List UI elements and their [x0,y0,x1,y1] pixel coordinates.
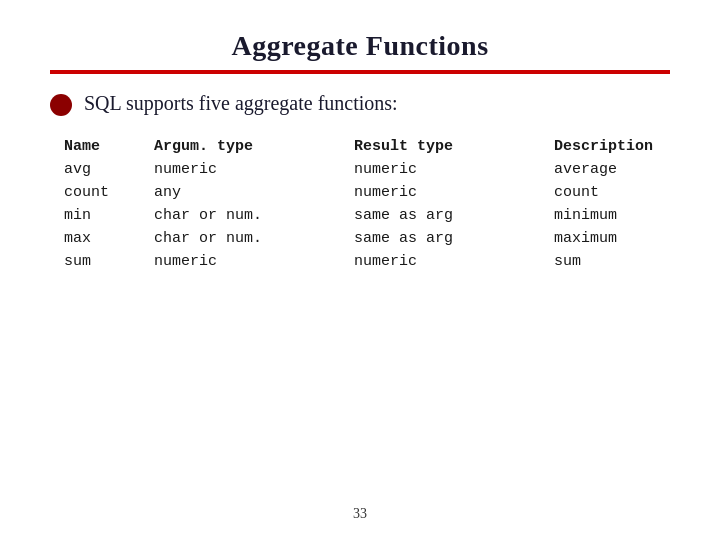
row-1-result: numeric [350,182,550,203]
table-area: Name Argum. type Result type Description… [60,136,670,272]
bullet-text: SQL supports five aggregate functions: [84,92,398,115]
table-grid: Name Argum. type Result type Description… [60,136,670,272]
row-4-desc: sum [550,251,720,272]
row-1-argum: any [150,182,350,203]
col-header-result: Result type [350,136,550,157]
col-header-argum: Argum. type [150,136,350,157]
row-0-argum: numeric [150,159,350,180]
bullet-row: SQL supports five aggregate functions: [50,92,670,116]
red-bar [50,70,670,74]
row-2-argum: char or num. [150,205,350,226]
row-2-result: same as arg [350,205,550,226]
row-4-argum: numeric [150,251,350,272]
row-0-result: numeric [350,159,550,180]
row-0-name: avg [60,159,150,180]
row-1-desc: count [550,182,720,203]
row-0-desc: average [550,159,720,180]
slide-title: Aggregate Functions [231,30,488,61]
row-4-name: sum [60,251,150,272]
slide: Aggregate Functions SQL supports five ag… [0,0,720,540]
bullet-icon [50,94,72,116]
row-3-name: max [60,228,150,249]
col-header-name: Name [60,136,150,157]
row-3-argum: char or num. [150,228,350,249]
row-3-result: same as arg [350,228,550,249]
row-1-name: count [60,182,150,203]
title-area: Aggregate Functions [50,30,670,62]
row-3-desc: maximum [550,228,720,249]
page-number: 33 [353,506,367,522]
row-4-result: numeric [350,251,550,272]
col-header-desc: Description [550,136,720,157]
row-2-desc: minimum [550,205,720,226]
row-2-name: min [60,205,150,226]
